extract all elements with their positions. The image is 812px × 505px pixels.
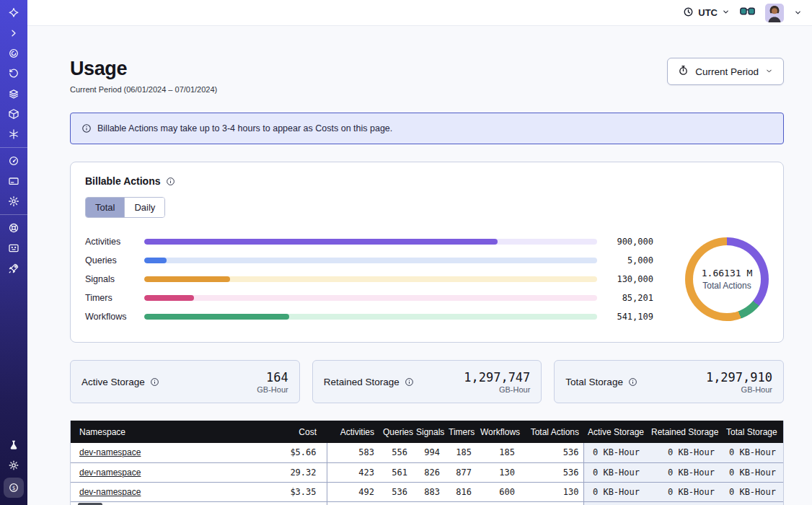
main-content: Usage Current Period (06/01/2024 – 07/01…	[27, 26, 812, 505]
cell-timers	[444, 501, 476, 505]
namespaces-icon[interactable]	[4, 45, 23, 61]
cell-activities	[327, 501, 379, 505]
billable-tabs: TotalDaily	[85, 197, 165, 218]
usage-gauge-icon[interactable]	[4, 153, 23, 169]
cell-queries	[379, 501, 412, 505]
active-storage-card: Active Storage 164 GB-Hour	[70, 360, 300, 403]
column-header: Signals	[412, 421, 444, 443]
donut-center-label: Total Actions	[702, 281, 751, 291]
bar-fill	[144, 258, 167, 263]
cell-cost	[257, 501, 327, 505]
dev-glasses-icon[interactable]	[740, 6, 755, 19]
bar-row: Workflows 541,109	[85, 307, 653, 326]
namespace-link[interactable]: dev-namespace	[79, 487, 141, 497]
cell-active-storage	[583, 501, 647, 505]
timezone-label: UTC	[698, 7, 718, 18]
total-storage-card: Total Storage 1,297,910 GB-Hour	[554, 360, 784, 403]
column-header: Retained Storage	[647, 421, 722, 443]
cell-active-storage: 0 KB-Hour	[583, 443, 647, 462]
bar-fill	[144, 276, 230, 282]
page-subtitle: Current Period (06/01/2024 – 07/01/2024)	[70, 85, 217, 94]
bar-track	[144, 239, 597, 245]
cell-total-storage: 0 KB-Hour	[722, 443, 783, 462]
cell-queries: 556	[379, 443, 412, 462]
cell-activities: 423	[327, 462, 379, 482]
collapse-chevron-icon[interactable]	[4, 25, 23, 41]
column-header: Total Storage	[722, 421, 783, 443]
profile-chevron-icon[interactable]	[794, 6, 802, 19]
info-icon[interactable]	[150, 377, 159, 387]
settings-gear-icon[interactable]	[4, 193, 23, 209]
column-header: Active Storage	[583, 421, 647, 443]
cell-workflows: 185	[476, 443, 519, 462]
bar-label: Queries	[85, 255, 136, 265]
info-icon[interactable]	[628, 377, 637, 387]
labs-flask-icon[interactable]	[4, 437, 23, 453]
period-selector-button[interactable]: Current Period	[667, 58, 784, 85]
info-icon[interactable]	[166, 177, 175, 186]
timezone-selector[interactable]: UTC	[683, 6, 730, 19]
bar-label: Timers	[85, 293, 136, 303]
cell-cost: 29.32	[257, 462, 327, 482]
column-header: Total Actions	[519, 421, 583, 443]
cell-total-actions: 130	[519, 482, 583, 501]
namespace-usage-table: NamespaceCostActivitiesQueriesSignalsTim…	[70, 421, 784, 505]
avatar[interactable]	[765, 4, 784, 22]
nexus-icon[interactable]	[4, 126, 23, 142]
cell-total-storage: 0 KB-Hour	[722, 482, 783, 501]
cell-total-storage: 0 KB-Hour	[722, 462, 783, 482]
cell-activities: 583	[327, 443, 379, 462]
deployments-icon[interactable]	[4, 106, 23, 122]
column-header: Namespace	[71, 421, 257, 443]
cell-retained-storage	[647, 501, 722, 505]
bar-track	[144, 276, 597, 282]
column-header: Workflows	[476, 421, 519, 443]
cell-active-storage: 0 KB-Hour	[583, 482, 647, 501]
theme-sun-icon[interactable]	[4, 457, 23, 473]
getting-started-rocket-icon[interactable]	[4, 260, 23, 276]
topbar: UTC	[27, 0, 812, 26]
bar-row: Queries 5,000	[85, 251, 653, 270]
bar-value: 85,201	[609, 293, 653, 303]
table-row: dev-namespace$5.665835569941851855360 KB…	[71, 443, 783, 462]
cell-timers: 877	[444, 462, 476, 482]
bar-fill	[144, 314, 289, 320]
bar-track	[144, 314, 597, 320]
column-header: Timers	[444, 421, 476, 443]
table-body: dev-namespace$5.665835569941851855360 KB…	[71, 443, 783, 505]
storage-card-label: Retained Storage	[324, 377, 400, 387]
info-icon	[81, 123, 92, 133]
cell-cost: $3.35	[257, 482, 327, 501]
cell-total-actions	[519, 501, 583, 505]
namespace-link[interactable]: dev-namespace	[79, 467, 141, 478]
column-header: Activities	[327, 421, 379, 443]
clock-icon	[683, 6, 694, 19]
bar-value: 900,000	[609, 237, 653, 247]
tab-total[interactable]: Total	[86, 198, 124, 217]
info-icon[interactable]	[405, 377, 414, 387]
bar-value: 5,000	[609, 255, 653, 265]
tab-daily[interactable]: Daily	[124, 198, 164, 217]
billing-card-icon[interactable]	[4, 173, 23, 189]
credits-dollar-icon[interactable]: $	[4, 478, 24, 498]
bar-row: Signals 130,000	[85, 270, 653, 289]
storage-card-value: 1,297,747	[464, 370, 530, 385]
storage-card-label: Active Storage	[81, 377, 145, 387]
temporal-logo-icon[interactable]	[4, 5, 23, 21]
layers-icon[interactable]	[4, 86, 23, 102]
feedback-screen-icon[interactable]	[4, 240, 23, 256]
cell-timers: 185	[444, 443, 476, 462]
sidebar: $	[0, 0, 27, 505]
info-banner: Billable Actions may take up to 3-4 hour…	[70, 113, 784, 144]
cell-cost: $5.66	[257, 443, 327, 462]
bar-label: Activities	[85, 237, 136, 247]
column-header: Cost	[257, 421, 327, 443]
namespace-link[interactable]: dev-namespace	[79, 447, 141, 457]
bar-value: 541,109	[609, 312, 653, 322]
cell-queries: 536	[379, 482, 412, 501]
history-icon[interactable]	[4, 66, 23, 82]
cell-active-storage: 0 KB-Hour	[583, 462, 647, 482]
support-lifebuoy-icon[interactable]	[4, 220, 23, 236]
donut-center-value: 1.66131 M	[702, 268, 752, 278]
chevron-down-icon	[765, 66, 773, 77]
